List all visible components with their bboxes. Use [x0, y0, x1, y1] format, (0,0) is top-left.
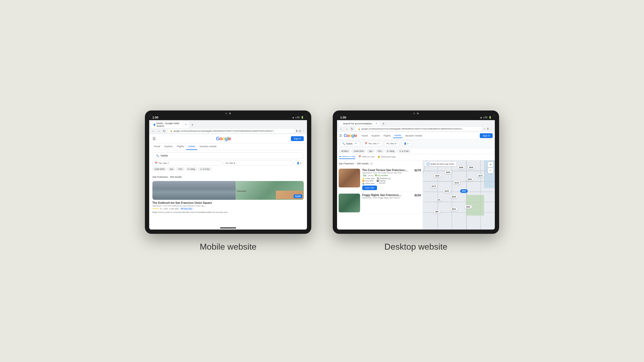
- hotel-price-badge: $159: [294, 194, 302, 198]
- desktop-calendar-icon-1: 📅: [365, 142, 367, 145]
- mobile-guest-field[interactable]: 👤 2: [294, 161, 304, 166]
- desktop-checkin-input[interactable]: 📅 Thu, Dec 7 ›: [362, 141, 382, 146]
- desktop-tab-close-icon[interactable]: ✕: [375, 122, 377, 125]
- new-tab-button[interactable]: +: [190, 122, 195, 127]
- mobile-address-bar[interactable]: 🔒 google.com/travel/hotels?q=hotels&g2lb…: [167, 129, 295, 133]
- desktop-indicator: [413, 113, 419, 114]
- desktop-indicator-dot-2: [417, 113, 419, 114]
- desktop-new-tab-button[interactable]: +: [381, 121, 386, 126]
- desktop-refresh-button[interactable]: ↻: [350, 127, 354, 131]
- update-list-banner[interactable]: ✓ Update list when map moves: [425, 162, 456, 166]
- update-list-checkbox[interactable]: ✓: [427, 163, 429, 165]
- desktop-results-location: San Francisco: [339, 162, 354, 165]
- desktop-search-input[interactable]: 🔍 hotels ✕: [339, 141, 361, 146]
- zoom-out-button[interactable]: −: [488, 168, 493, 173]
- hamburger-icon[interactable]: ☰: [152, 136, 156, 141]
- desktop-sign-in-button[interactable]: Sign in: [480, 133, 493, 138]
- desktop-forward-button[interactable]: →: [345, 127, 349, 131]
- desktop-guest-input[interactable]: 👤 2 ›: [401, 141, 412, 146]
- map-pin-11[interactable]: $201: [450, 207, 458, 211]
- desktop-filter-pool[interactable]: Pool: [376, 149, 384, 153]
- tabs-button[interactable]: ⊡: [299, 130, 301, 132]
- tab-close-icon[interactable]: ✕: [185, 123, 187, 126]
- desktop-tab-hotels[interactable]: Hotels: [393, 133, 403, 138]
- mobile-checkin-field[interactable]: 📅 Thu, Dec 7: [152, 161, 222, 166]
- tab-explore[interactable]: Explore: [162, 143, 175, 150]
- desktop-address-bar-row: ← → ↻ 🔒 google.com/travel/search?q=hotel…: [339, 127, 493, 131]
- when-to-visit-tab[interactable]: 📅 When to visit: [358, 155, 374, 159]
- desktop-tab-travel[interactable]: Travel: [360, 133, 369, 138]
- hot-tub-icon: ♨: [377, 182, 378, 184]
- tab-vacation-rentals[interactable]: Vacation rentals: [197, 143, 219, 150]
- desktop-tab-vacation-rentals[interactable]: Vacation rentals: [403, 133, 424, 138]
- desktop-checkout-input[interactable]: Fri, Dec 8 ›: [384, 141, 400, 146]
- filter-pool[interactable]: Pool: [176, 167, 184, 171]
- map-pin-14[interactable]: $119: [453, 181, 461, 184]
- desktop-back-button[interactable]: ←: [339, 127, 343, 131]
- mobile-search-section: 🔍 hotels 📅 Thu, Dec 7 Fri, Dec 8 👤: [149, 150, 307, 175]
- desktop-more-button[interactable]: ⋮: [490, 127, 493, 130]
- map-pin-1[interactable]: $210: [434, 174, 441, 178]
- update-list-label: Update list when map moves: [430, 163, 454, 165]
- desktop-hotel-2-name: Foggy Nights San Francisco,...: [362, 194, 401, 197]
- back-button[interactable]: ←: [151, 129, 156, 133]
- desktop-filter-spa[interactable]: Spa: [367, 149, 374, 153]
- mobile-hotel-card[interactable]: Francisco $159 The Goldrush Inn San Fran…: [149, 179, 307, 215]
- desktop-search-clear[interactable]: ✕: [355, 142, 357, 145]
- map-pin-12[interactable]: $291: [464, 205, 472, 209]
- mobile-view-map-button[interactable]: 🗺 View map: [180, 207, 193, 210]
- mobile-sign-in-button[interactable]: Sign in: [291, 136, 304, 141]
- map-pin-8[interactable]: $229: [450, 195, 458, 198]
- mobile-url: google.com/travel/hotels?q=hotels&g2lb=2…: [174, 130, 275, 132]
- what-youll-pay-tab[interactable]: 💰 What you'll pay: [378, 155, 396, 159]
- desktop-bookmark-button[interactable]: ☆: [483, 127, 486, 130]
- map-pin-5[interactable]: $244: [466, 178, 474, 181]
- map-pin-10[interactable]: $55: [434, 210, 440, 213]
- desktop-hamburger-icon[interactable]: ☰: [339, 134, 342, 138]
- map-pin-selected[interactable]: $567: [460, 189, 468, 193]
- desktop-download-button[interactable]: ⬇: [487, 127, 489, 130]
- mobile-search-box[interactable]: 🔍 hotels: [152, 152, 304, 159]
- filter-rating[interactable]: 4+ rating: [185, 167, 197, 171]
- bottom-nav-indicator: [220, 227, 236, 228]
- desktop-tab-explore[interactable]: Explore: [370, 133, 382, 138]
- map-pin-6[interactable]: $272: [477, 174, 484, 178]
- tab-flights[interactable]: Flights: [175, 143, 186, 150]
- map-pin-7[interactable]: $71: [436, 198, 442, 202]
- desktop-hotel-card-2[interactable]: Foggy Nights San Francisco,... $234 Spon…: [339, 192, 421, 214]
- forward-button[interactable]: →: [157, 129, 161, 133]
- desktop-filter-rating[interactable]: 4+ rating: [385, 149, 396, 153]
- desktop-tab-flights[interactable]: Flights: [382, 133, 392, 138]
- guest-icon: 👤: [297, 162, 299, 164]
- refresh-button[interactable]: ↻: [162, 129, 166, 133]
- map-pin-13[interactable]: $930: [467, 166, 475, 169]
- desktop-filter-all[interactable]: All filters: [339, 149, 350, 153]
- filter-budget[interactable]: Under $150: [152, 167, 167, 171]
- desktop-filter-budget[interactable]: Under $150: [352, 149, 366, 153]
- desktop-hotel-img-2: [339, 194, 360, 212]
- price-icon: 💰: [378, 156, 380, 158]
- zoom-in-button[interactable]: +: [488, 162, 493, 167]
- map-pin-4[interactable]: $179: [430, 184, 438, 188]
- map-pin-2[interactable]: $153: [444, 171, 452, 174]
- mobile-checkout-date: Fri, Dec 8: [226, 162, 235, 164]
- filter-spa[interactable]: Spa: [168, 167, 175, 171]
- desktop-address-bar[interactable]: 🔒 google.com/travel/search?q=hotels&g2lb…: [355, 127, 482, 131]
- tab-travel[interactable]: Travel: [151, 143, 162, 150]
- map-pin-15[interactable]: $125: [443, 189, 451, 193]
- map-pin-3[interactable]: $288: [458, 166, 465, 169]
- hotel-main-image: [152, 181, 236, 200]
- more-button[interactable]: ⋮: [302, 130, 305, 132]
- desktop-browser-tab[interactable]: Search for accommodation... ✕: [339, 121, 380, 126]
- tab-hotels[interactable]: Hotels: [186, 143, 197, 150]
- desktop-view-offer-button[interactable]: View offer: [362, 186, 377, 190]
- desktop-hotel-card-1[interactable]: The Coast Terrace San Francisco,... $279…: [339, 167, 421, 192]
- desktop-filter-stars[interactable]: 4- or 5-star: [397, 149, 411, 153]
- mobile-hotel-description: Bright rooms & suites in a low-key hotel…: [152, 211, 304, 213]
- where-to-stay-tab[interactable]: 🛏 Where to stay: [339, 155, 355, 159]
- mobile-browser-tab[interactable]: hotels - Google Hotel Search ✕: [151, 121, 189, 128]
- desktop-date-arrow-2: ›: [397, 143, 397, 145]
- filter-stars[interactable]: 4- or 5-star: [198, 167, 212, 171]
- mobile-checkout-field[interactable]: Fri, Dec 8: [223, 161, 292, 166]
- download-button[interactable]: ⬇: [296, 130, 298, 132]
